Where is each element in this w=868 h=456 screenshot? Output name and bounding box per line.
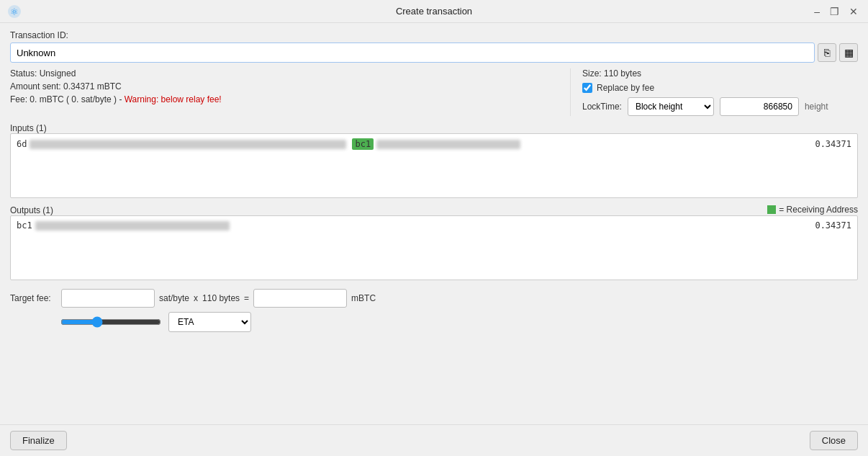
outputs-section: Outputs (1) = Receiving Address bc1 0.34… [10,204,858,280]
qr-button[interactable]: ▦ [839,43,858,62]
bytes-label: 110 bytes [202,293,240,303]
slider-row: ETA 1 block 2 blocks 6 blocks [10,312,858,332]
replace-fee-label: Replace by fee [597,83,654,93]
fee-text: Fee: 0. mBTC ( 0. sat/byte ) - Warning: … [10,94,556,104]
window-title: Create transaction [396,6,472,17]
txid-input[interactable] [10,43,815,63]
size-text: Size: 110 bytes [582,68,858,79]
close-window-button[interactable]: ✕ [846,5,861,18]
fee-section: Target fee: sat/byte x 110 bytes = mBTC … [10,289,858,332]
txid-blur [30,140,346,149]
svg-text:⚛: ⚛ [10,6,19,17]
sat-byte-input[interactable] [61,289,155,308]
fee-label: Target fee: [10,293,57,303]
transaction-id-section: Transaction ID: ⎘ ▦ [10,30,858,63]
info-section: Status: Unsigned Amount sent: 0.34371 mB… [10,68,858,116]
outputs-header: Outputs (1) [10,205,53,215]
bottom-bar: Finalize Close [0,424,868,456]
titlebar: ⚛ Create transaction – ❐ ✕ [0,0,868,23]
app-icon: ⚛ [7,4,22,19]
finalize-button[interactable]: Finalize [10,431,67,450]
fee-row: Target fee: sat/byte x 110 bytes = mBTC [10,289,858,308]
output-address-prefix: bc1 [17,220,32,231]
equals: = [244,293,249,303]
fee-slider[interactable] [60,316,161,328]
main-content: Transaction ID: ⎘ ▦ Status: Unsigned Amo… [0,23,868,424]
outputs-area: bc1 0.34371 [10,215,858,280]
amount-sent-text: Amount sent: 0.34371 mBTC [10,81,556,91]
locktime-label: LockTime: [582,102,622,112]
address-blur [376,140,520,149]
locktime-value-input[interactable] [720,97,799,116]
receiving-legend: = Receiving Address [767,205,858,215]
multiplier: x [194,293,198,303]
window-controls: – ❐ ✕ [811,5,861,18]
inputs-section: Inputs (1) 6d bc1 0.34371 [10,122,858,198]
close-button[interactable]: Close [810,431,858,450]
copy-button[interactable]: ⎘ [818,43,836,62]
receiving-legend-text: = Receiving Address [779,205,858,215]
info-left: Status: Unsigned Amount sent: 0.34371 mB… [10,68,570,116]
eta-select[interactable]: ETA 1 block 2 blocks 6 blocks [168,312,251,332]
sat-byte-unit: sat/byte [159,293,189,303]
status-text: Status: Unsigned [10,68,556,79]
table-row: 6d bc1 0.34371 [11,135,857,153]
mbtc-result-input[interactable] [253,289,347,308]
receiving-color-swatch [767,205,776,214]
inputs-header: Inputs (1) [10,123,858,133]
address-prefix: bc1 [352,138,374,150]
inputs-area: 6d bc1 0.34371 [10,133,858,198]
address-cell: bc1 [352,138,520,150]
input-amount: 0.34371 [815,139,851,149]
locktime-suffix: height [805,102,828,112]
txid-cell: 6d [17,139,346,149]
replace-by-fee-checkbox[interactable] [582,83,592,93]
txid-prefix: 6d [17,139,27,149]
locktime-row: LockTime: Block height Block time height [582,97,858,116]
txid-label: Transaction ID: [10,30,858,40]
replace-fee-row: Replace by fee [582,83,858,93]
restore-button[interactable]: ❐ [827,5,842,18]
output-address-cell: bc1 [17,220,230,231]
locktime-type-select[interactable]: Block height Block time [628,97,714,116]
output-amount: 0.34371 [815,220,851,231]
txid-input-row: ⎘ ▦ [10,43,858,63]
minimize-button[interactable]: – [811,5,823,18]
mbtc-unit: mBTC [351,293,376,303]
output-address-blur [35,221,230,231]
info-right: Size: 110 bytes Replace by fee LockTime:… [570,68,858,116]
fee-warning: Warning: below relay fee! [122,94,221,104]
table-row: bc1 0.34371 [11,218,857,233]
outputs-header-row: Outputs (1) = Receiving Address [10,204,858,215]
